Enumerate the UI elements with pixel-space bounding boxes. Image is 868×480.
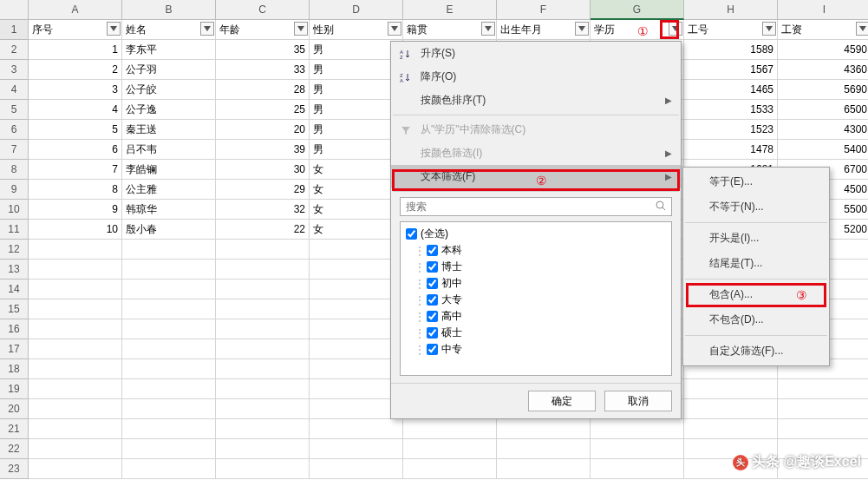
row-header[interactable]: 15 <box>0 299 29 319</box>
sort-asc-item[interactable]: AZ 升序(S) <box>391 42 681 65</box>
row-header[interactable]: 6 <box>0 120 29 140</box>
col-header[interactable]: E <box>403 0 497 20</box>
data-cell[interactable]: 39 <box>216 140 310 160</box>
row-header[interactable]: 17 <box>0 339 29 359</box>
data-cell[interactable] <box>216 339 310 359</box>
data-cell[interactable]: 5400 <box>778 140 868 160</box>
data-cell[interactable] <box>216 439 310 459</box>
begins-with-item[interactable]: 开头是(I)... <box>683 226 829 251</box>
data-cell[interactable] <box>684 419 778 439</box>
row-header[interactable]: 12 <box>0 240 29 260</box>
col-header[interactable]: D <box>310 0 403 20</box>
data-cell[interactable] <box>216 260 310 279</box>
filter-check-item[interactable]: ⋮高中 <box>406 308 666 325</box>
data-cell[interactable] <box>122 419 216 439</box>
filter-check-item[interactable]: ⋮本科 <box>406 242 666 259</box>
data-cell[interactable] <box>778 399 868 419</box>
not-equals-item[interactable]: 不等于(N)... <box>683 194 829 220</box>
filter-checkbox[interactable] <box>427 327 438 339</box>
row-header[interactable]: 20 <box>0 399 29 419</box>
filter-dropdown-button[interactable] <box>669 22 682 36</box>
data-cell[interactable]: 1465 <box>684 80 778 100</box>
data-cell[interactable]: 10 <box>29 220 122 240</box>
data-cell[interactable]: 5690 <box>778 80 868 100</box>
data-cell[interactable] <box>403 439 497 459</box>
data-cell[interactable]: 公主雅 <box>122 180 216 200</box>
data-cell[interactable] <box>497 459 591 479</box>
row-header[interactable]: 23 <box>0 459 29 479</box>
data-cell[interactable]: 6500 <box>778 100 868 120</box>
data-cell[interactable]: 女 <box>310 200 403 220</box>
filter-checkbox[interactable] <box>427 278 438 289</box>
data-cell[interactable]: 6 <box>29 140 122 160</box>
data-cell[interactable] <box>122 459 216 479</box>
data-cell[interactable] <box>216 240 310 260</box>
data-cell[interactable] <box>310 419 403 439</box>
filter-dropdown-button[interactable] <box>762 22 776 36</box>
filter-dropdown-button[interactable] <box>481 22 495 36</box>
data-cell[interactable]: 李皓镧 <box>122 160 216 180</box>
data-cell[interactable] <box>778 419 868 439</box>
filter-dropdown-button[interactable] <box>107 22 121 36</box>
data-cell[interactable] <box>310 399 403 419</box>
data-cell[interactable] <box>310 379 403 399</box>
header-cell[interactable]: 姓名 <box>122 20 216 40</box>
filter-checkbox[interactable] <box>427 311 438 322</box>
filter-dropdown-button[interactable] <box>200 22 214 36</box>
header-cell[interactable]: 籍贯 <box>403 20 497 40</box>
col-header[interactable]: G <box>591 0 684 20</box>
data-cell[interactable] <box>216 379 310 399</box>
filter-dropdown-button[interactable] <box>575 22 589 36</box>
data-cell[interactable]: 4 <box>29 100 122 120</box>
data-cell[interactable] <box>310 260 403 279</box>
filter-dropdown-button[interactable] <box>294 22 308 36</box>
data-cell[interactable] <box>310 439 403 459</box>
data-cell[interactable] <box>310 240 403 260</box>
data-cell[interactable] <box>122 379 216 399</box>
data-cell[interactable]: 4360 <box>778 60 868 80</box>
data-cell[interactable] <box>122 359 216 379</box>
data-cell[interactable] <box>29 399 122 419</box>
filter-checkbox[interactable] <box>427 261 438 273</box>
not-contains-item[interactable]: 不包含(D)... <box>683 307 829 332</box>
data-cell[interactable] <box>29 240 122 260</box>
row-header[interactable]: 1 <box>0 20 29 40</box>
data-cell[interactable] <box>310 359 403 379</box>
row-header[interactable]: 21 <box>0 419 29 439</box>
data-cell[interactable]: 8 <box>29 180 122 200</box>
header-cell[interactable]: 性别 <box>310 20 403 40</box>
data-cell[interactable] <box>310 319 403 339</box>
filter-checkbox[interactable] <box>427 344 438 355</box>
data-cell[interactable]: 1478 <box>684 140 778 160</box>
data-cell[interactable]: 公子逸 <box>122 100 216 120</box>
data-cell[interactable] <box>122 279 216 299</box>
row-header[interactable]: 2 <box>0 40 29 60</box>
row-header[interactable]: 14 <box>0 279 29 299</box>
col-header[interactable]: F <box>497 0 591 20</box>
header-cell[interactable]: 序号 <box>29 20 122 40</box>
row-header[interactable]: 10 <box>0 200 29 220</box>
row-header[interactable]: 9 <box>0 180 29 200</box>
filter-check-item[interactable]: ⋮初中 <box>406 275 666 292</box>
data-cell[interactable]: 22 <box>216 220 310 240</box>
data-cell[interactable]: 25 <box>216 100 310 120</box>
data-cell[interactable]: 1 <box>29 40 122 60</box>
filter-checkbox[interactable] <box>406 228 417 240</box>
data-cell[interactable]: 29 <box>216 180 310 200</box>
data-cell[interactable]: 1523 <box>684 120 778 140</box>
data-cell[interactable] <box>29 279 122 299</box>
row-header[interactable]: 13 <box>0 260 29 279</box>
data-cell[interactable]: 吕不韦 <box>122 140 216 160</box>
data-cell[interactable]: 33 <box>216 60 310 80</box>
filter-dropdown-button[interactable] <box>856 22 868 36</box>
data-cell[interactable]: 李东平 <box>122 40 216 60</box>
data-cell[interactable] <box>29 339 122 359</box>
data-cell[interactable]: 1567 <box>684 60 778 80</box>
filter-search-input[interactable] <box>400 197 672 216</box>
header-cell[interactable]: 出生年月 <box>497 20 591 40</box>
filter-dropdown-button[interactable] <box>388 22 401 36</box>
data-cell[interactable]: 1533 <box>684 100 778 120</box>
data-cell[interactable] <box>403 419 497 439</box>
data-cell[interactable] <box>497 419 591 439</box>
data-cell[interactable]: 32 <box>216 200 310 220</box>
